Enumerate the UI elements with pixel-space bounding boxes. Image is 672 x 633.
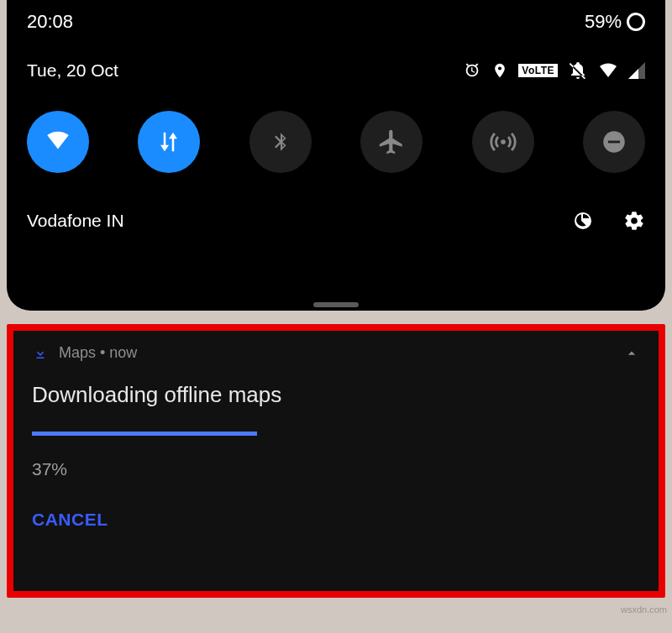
location-icon: [491, 61, 508, 80]
svg-rect-1: [608, 141, 620, 144]
data-usage-icon[interactable]: [573, 211, 593, 231]
progress-track: [32, 432, 640, 436]
cancel-button[interactable]: CANCEL: [32, 510, 108, 530]
qs-tile-hotspot[interactable]: [472, 111, 534, 173]
notification-highlight-frame: Maps • now Downloading offline maps 37% …: [7, 324, 665, 598]
status-time: 20:08: [27, 11, 73, 33]
notification-time: now: [109, 344, 137, 361]
carrier-label: Vodafone IN: [27, 211, 124, 231]
notification-header: Maps • now: [32, 344, 640, 362]
progress-bar: [32, 432, 257, 436]
qs-footer-icons: [573, 210, 645, 232]
notification-title: Downloading offline maps: [32, 382, 640, 408]
svg-rect-2: [37, 357, 45, 358]
watermark: wsxdn.com: [621, 604, 667, 615]
qs-tile-bluetooth[interactable]: [249, 111, 312, 173]
quick-settings-panel: 20:08 59% Tue, 20 Oct VoLTE: [7, 0, 665, 311]
status-icons: VoLTE: [463, 60, 645, 81]
battery-ring-icon: [627, 13, 645, 31]
drag-handle[interactable]: [313, 302, 359, 307]
status-right: 59%: [585, 11, 645, 33]
collapse-chevron-icon[interactable]: [623, 345, 640, 362]
date-text: Tue, 20 Oct: [27, 60, 118, 81]
mute-icon: [568, 60, 588, 81]
qs-tile-mobile-data[interactable]: [138, 111, 200, 173]
notification-app-name: Maps: [59, 344, 96, 361]
date-row: Tue, 20 Oct VoLTE: [27, 60, 645, 81]
notification-sep: •: [96, 344, 109, 361]
download-app-icon: [32, 345, 49, 362]
wifi-signal-icon: [598, 62, 618, 79]
qs-tile-airplane[interactable]: [360, 111, 423, 173]
quick-settings-tiles: [27, 111, 645, 173]
qs-tile-dnd[interactable]: [583, 111, 645, 173]
progress-percent-text: 37%: [32, 459, 640, 479]
status-bar: 20:08 59%: [27, 0, 645, 44]
volte-badge: VoLTE: [518, 64, 558, 77]
battery-percent: 59%: [585, 11, 622, 33]
alarm-icon: [463, 61, 481, 80]
notification-card[interactable]: Maps • now Downloading offline maps 37% …: [13, 331, 659, 591]
qs-tile-wifi[interactable]: [27, 111, 89, 173]
qs-footer: Vodafone IN: [27, 210, 645, 232]
settings-gear-icon[interactable]: [623, 210, 645, 232]
cell-signal-icon: [628, 62, 645, 79]
